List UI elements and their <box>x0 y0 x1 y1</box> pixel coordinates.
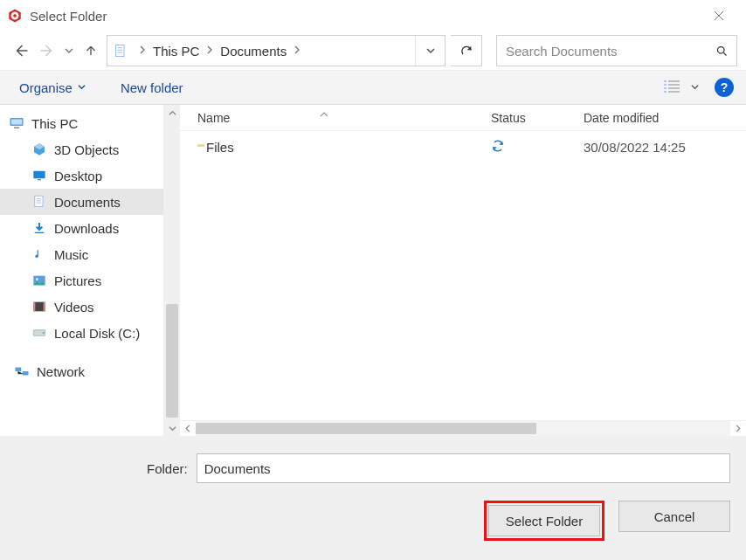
view-list-icon <box>663 80 680 96</box>
search-input[interactable] <box>504 43 714 59</box>
organise-button[interactable]: Organise <box>12 77 93 99</box>
svg-rect-12 <box>33 302 35 312</box>
tree-label: Network <box>37 364 85 379</box>
svg-rect-8 <box>35 232 45 233</box>
column-name-label: Name <box>197 111 230 125</box>
svg-point-15 <box>43 332 45 334</box>
breadcrumb-documents[interactable]: Documents <box>217 44 290 59</box>
download-icon <box>31 220 47 236</box>
column-status[interactable]: Status <box>491 111 584 125</box>
tree-label: Desktop <box>54 169 102 183</box>
document-icon <box>113 43 128 59</box>
cube-icon <box>31 142 47 157</box>
svg-point-1 <box>717 46 724 53</box>
tree-documents[interactable]: Documents <box>0 189 163 215</box>
column-date-label: Date modified <box>584 111 659 125</box>
document-icon <box>31 194 47 210</box>
folder-label: Folder: <box>16 461 188 476</box>
tree-label: Music <box>54 247 88 262</box>
chevron-right-icon[interactable] <box>290 45 304 57</box>
back-button[interactable] <box>10 38 31 63</box>
tree-label: 3D Objects <box>54 142 119 157</box>
scroll-thumb[interactable] <box>166 304 178 418</box>
nav-row: This PC Documents <box>0 31 746 70</box>
button-row: Select Folder Cancel <box>16 501 730 541</box>
svg-rect-6 <box>38 179 41 180</box>
close-button[interactable] <box>699 0 739 31</box>
toolbar: Organise New folder ? <box>0 70 746 105</box>
chevron-down-icon <box>78 82 86 93</box>
sync-icon <box>491 139 505 156</box>
folder-input[interactable] <box>197 453 730 483</box>
select-folder-label: Select Folder <box>506 514 583 529</box>
tree-3d-objects[interactable]: 3D Objects <box>0 136 163 162</box>
tree-pictures[interactable]: Pictures <box>0 267 163 294</box>
tree-desktop[interactable]: Desktop <box>0 162 163 189</box>
file-date: 30/08/2022 14:25 <box>584 140 686 155</box>
tree-music[interactable]: Music <box>0 241 163 267</box>
search-icon[interactable] <box>714 45 729 58</box>
tree-label: Downloads <box>54 221 119 236</box>
window-title: Select Folder <box>30 9 107 24</box>
folder-line: Folder: <box>16 453 730 483</box>
hscroll-track[interactable] <box>196 421 730 436</box>
select-folder-button[interactable]: Select Folder <box>488 505 600 536</box>
tree-downloads[interactable]: Downloads <box>0 215 163 241</box>
tree-label: Videos <box>54 300 94 315</box>
columns-header: Name Status Date modified <box>180 105 746 131</box>
scroll-down-button[interactable] <box>164 420 180 436</box>
search-box[interactable] <box>496 35 737 66</box>
chevron-down-icon <box>691 82 699 93</box>
address-bar[interactable]: This PC Documents <box>107 35 446 66</box>
address-dropdown-button[interactable] <box>415 36 445 66</box>
up-button[interactable] <box>80 38 101 63</box>
hscroll-thumb[interactable] <box>196 423 536 434</box>
file-name: Files <box>206 140 234 155</box>
svg-rect-17 <box>23 371 29 376</box>
recent-locations-button[interactable] <box>63 46 75 55</box>
tree-scrollbar[interactable] <box>163 105 180 436</box>
scroll-left-button[interactable] <box>180 421 196 436</box>
file-list: Files 30/08/2022 14:25 <box>180 131 746 420</box>
refresh-button[interactable] <box>451 35 482 66</box>
tree-videos[interactable]: Videos <box>0 294 163 320</box>
file-name-cell: Files <box>180 140 491 155</box>
svg-rect-13 <box>44 302 45 312</box>
sort-ascending-icon <box>320 110 328 120</box>
svg-rect-3 <box>11 120 22 125</box>
file-status-cell <box>491 139 584 156</box>
tree-local-disk[interactable]: Local Disk (C:) <box>0 320 163 346</box>
disk-icon <box>31 325 47 341</box>
file-pane: Name Status Date modified Files <box>180 105 746 436</box>
breadcrumb-thispc[interactable]: This PC <box>149 44 203 59</box>
network-icon <box>14 363 30 379</box>
chevron-right-icon[interactable] <box>135 45 149 57</box>
footer: Folder: Select Folder Cancel <box>0 436 746 560</box>
svg-point-10 <box>36 278 38 280</box>
scroll-right-button[interactable] <box>730 421 746 436</box>
tree-label: Local Disk (C:) <box>54 326 140 341</box>
desktop-icon <box>31 168 47 183</box>
view-options-button[interactable] <box>660 76 702 100</box>
scroll-track[interactable] <box>164 121 180 420</box>
svg-rect-4 <box>14 128 19 129</box>
forward-button[interactable] <box>37 38 58 63</box>
chevron-right-icon[interactable] <box>203 45 217 57</box>
svg-rect-5 <box>33 171 45 179</box>
file-row[interactable]: Files 30/08/2022 14:25 <box>180 131 746 162</box>
new-folder-button[interactable]: New folder <box>114 77 190 99</box>
column-date[interactable]: Date modified <box>584 111 746 125</box>
scroll-up-button[interactable] <box>164 105 180 121</box>
column-status-label: Status <box>491 111 526 125</box>
select-folder-dialog: Select Folder This PC <box>0 0 746 560</box>
column-name[interactable]: Name <box>180 111 491 125</box>
body: This PC 3D Objects Desktop Documents Dow… <box>0 105 746 436</box>
horizontal-scrollbar[interactable] <box>180 420 746 436</box>
svg-rect-7 <box>35 196 43 207</box>
help-button[interactable]: ? <box>715 78 734 97</box>
tree-network[interactable]: Network <box>0 358 163 384</box>
cancel-button[interactable]: Cancel <box>618 501 730 532</box>
tree-thispc[interactable]: This PC <box>0 110 163 136</box>
svg-rect-0 <box>116 45 124 56</box>
svg-rect-16 <box>16 368 22 372</box>
